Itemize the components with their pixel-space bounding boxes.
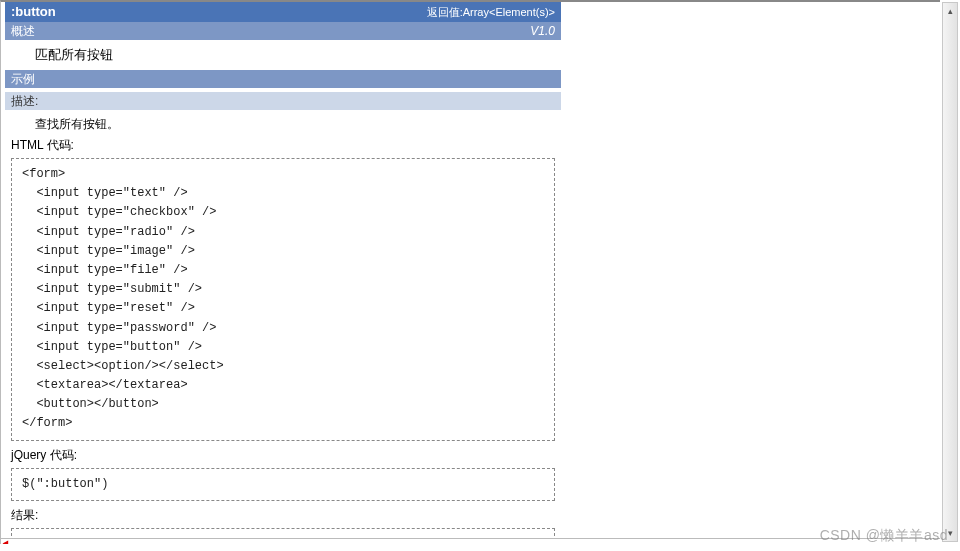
example-bar-label: 示例 [11,70,35,88]
version-label: V1.0 [530,22,555,40]
api-return-value: 返回值:Array<Element(s)> [427,2,555,22]
api-name: :button [11,2,56,22]
doc-content: :button 返回值:Array<Element(s)> 概述 V1.0 匹配… [5,2,561,544]
description-bar: 描述: [5,92,561,110]
scroll-down-arrow-icon[interactable]: ▾ [943,525,957,541]
scrollbar-track[interactable] [943,19,957,525]
vertical-scrollbar[interactable]: ▴ ▾ [942,2,958,542]
api-title-bar: :button 返回值:Array<Element(s)> [5,2,561,22]
html-code-label: HTML 代码: [11,137,561,154]
description-text: 查找所有按钮。 [35,116,561,133]
example-bar: 示例 [5,70,561,88]
scroll-up-arrow-icon[interactable]: ▴ [943,3,957,19]
overview-text: 匹配所有按钮 [5,40,561,70]
document-viewport: :button 返回值:Array<Element(s)> 概述 V1.0 匹配… [0,0,940,544]
overview-bar-label: 概述 [11,22,35,40]
description-bar-label: 描述: [11,94,38,108]
jquery-code-label: jQuery 代码: [11,447,561,464]
scroll-left-arrow-icon[interactable]: ◂ [3,537,8,544]
jquery-code-block: $(":button") [11,468,555,501]
overview-bar: 概述 V1.0 [5,22,561,40]
html-code-block: <form> <input type="text" /> <input type… [11,158,555,441]
result-label: 结果: [11,507,561,524]
horizontal-scrollbar[interactable]: ◂ [1,538,940,544]
